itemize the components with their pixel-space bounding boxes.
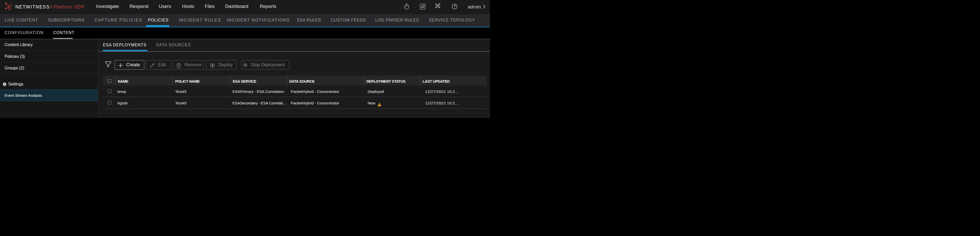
svg-text:?: ? xyxy=(453,4,456,8)
